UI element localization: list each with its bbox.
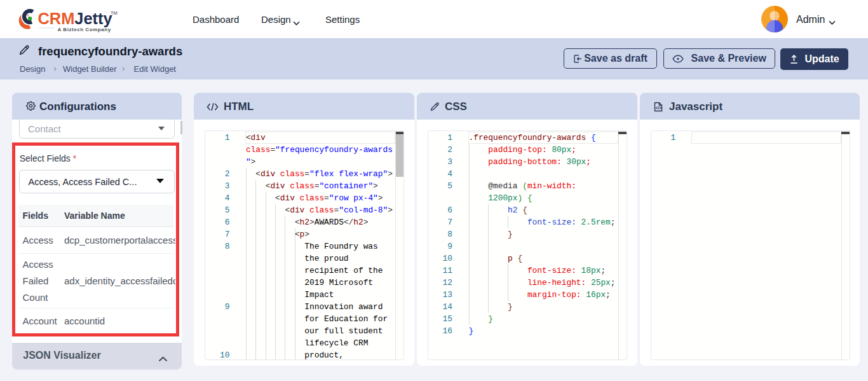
svg-text:TM: TM [111, 10, 118, 16]
svg-text:A Biztech Company: A Biztech Company [58, 27, 111, 32]
svg-text:</>: </> [656, 106, 662, 110]
svg-text:CRMJetty: CRMJetty [38, 10, 112, 27]
